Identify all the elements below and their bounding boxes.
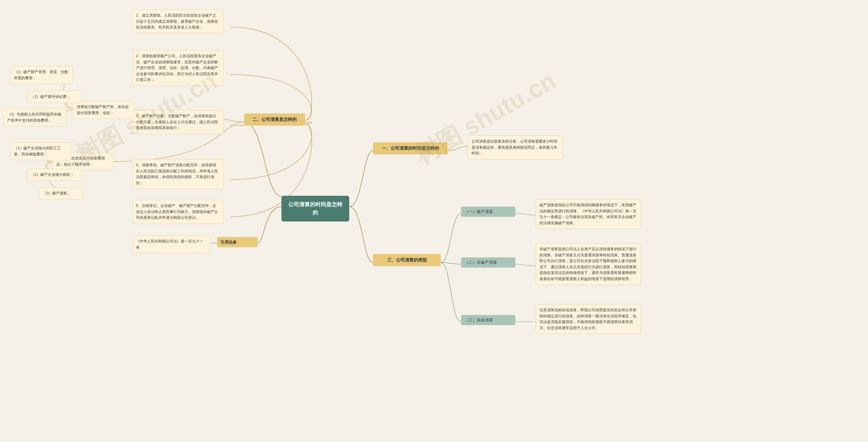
content-top-3: 3、破产财产分配。分配破产财产，由清算组提出分配方案，在债权人会议上讨论通过，报… — [132, 110, 224, 134]
r2-child3: （三）自由清算 — [461, 315, 515, 325]
r2-child1: （一）破产清算 — [461, 207, 515, 217]
left-sub1-1: （1）破产财产管理、变卖、分配所需的费用； — [10, 66, 73, 84]
left-node-1: 清算组分配破产财产前，首先应该付清算费用，包括： — [73, 101, 134, 119]
cite-content: 《中华人民共和国公司法》第一百九十一条 — [132, 235, 210, 253]
r1-node: 一、公司清算的时间是怎样的 — [373, 142, 448, 154]
r2-node: 三、公司清算的类型 — [373, 254, 441, 266]
left-sub1-3: （3）为债权人的共同利益而在破产程序中支付的其他费用。 — [3, 108, 66, 126]
content-top-4: 4、清算终结。破产财产清算分配完毕，由清算组向人民法院汇报清算分配工作的情况，并… — [132, 159, 224, 189]
r2-child3-content: 任意清算也称自由清算，即指公司按照股东的意志和公司章程的规定进行的清算。此种清算… — [536, 304, 641, 334]
content-top-2: 2、清算组接管破产公司。人民法院宣告企业破产后，破产企业由清算组接管，负责对破产… — [132, 50, 224, 86]
r2-child1-content: 破产清算是指在公司不能清偿到期债务的情况下，依照破产法的规定所进行的清算。《中华… — [536, 199, 641, 229]
r2-child2-content: 非破产清算是指公司法人在资产足以清偿债务的情况下进行的清算。非破产清算又分为普通… — [536, 243, 641, 285]
content-top-1: 1、成立清算组。人民法院应当在宣告企业破产之日起十五日内成立清算组，接管破产企业… — [132, 9, 224, 34]
left-sub2-3: （3）破产债权。 — [39, 187, 83, 199]
l2-main-node: 二、公司清算是怎样的 — [244, 113, 305, 126]
connector-lines — [0, 0, 868, 442]
r1-content: 公司清算是比较复杂的过程，公司清算需要多少时间是没有规定的，要依据具体的情况而定… — [468, 135, 563, 160]
center-node: 公司清算的时间是怎样的 — [281, 196, 349, 222]
cite-node: 引用法条 — [217, 237, 258, 247]
left-sub2-2: （2）破产企业拖欠税款； — [27, 169, 81, 181]
left-sub1-2: （2）破产案件诉讼费； — [27, 91, 81, 103]
left-sub2-1: （1）破产企业拖欠的职工工资、劳动保险费用； — [10, 142, 71, 160]
r2-child2: （二）非破产清算 — [461, 257, 515, 268]
mindmap: 树图 shutu.cn 树图 shutu.cn — [0, 0, 868, 442]
content-top-5: 5、注销登记。企业破产、破产财产分配完毕，企业法人依法终止其民事行为能力，清算组… — [132, 200, 224, 224]
